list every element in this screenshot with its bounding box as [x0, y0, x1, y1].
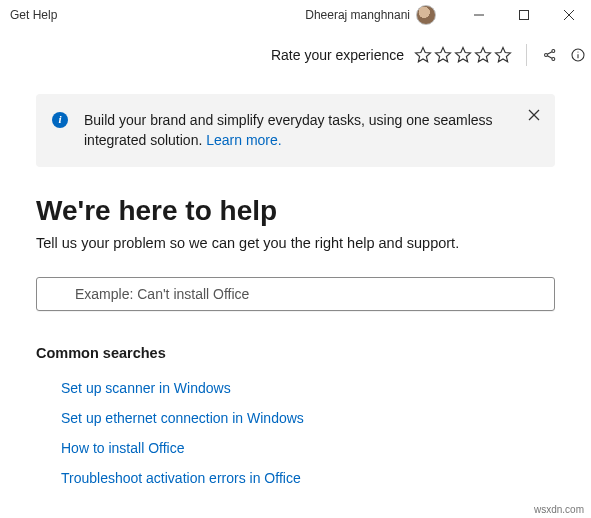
- page-content: i Build your brand and simplify everyday…: [0, 94, 591, 493]
- svg-point-19: [49, 288, 58, 297]
- minimize-button[interactable]: [456, 0, 501, 30]
- watermark: wsxdn.com: [531, 503, 587, 516]
- svg-marker-4: [416, 48, 431, 62]
- page-subhead: Tell us your problem so we can get you t…: [36, 235, 555, 251]
- banner-text: Build your brand and simplify everyday t…: [84, 112, 493, 148]
- common-search-label: Set up scanner in Windows: [61, 380, 231, 396]
- svg-rect-1: [519, 11, 528, 20]
- divider: [526, 44, 527, 66]
- common-search-label: Troubleshoot activation errors in Office: [61, 470, 301, 486]
- search-box[interactable]: [36, 277, 555, 311]
- svg-line-26: [45, 448, 48, 451]
- svg-point-21: [38, 381, 46, 389]
- rating-toolbar: Rate your experience: [0, 30, 591, 76]
- rating-stars[interactable]: [414, 46, 512, 64]
- info-icon[interactable]: [569, 47, 587, 63]
- common-search-item[interactable]: How to install Office: [36, 433, 555, 463]
- svg-marker-6: [456, 48, 471, 62]
- app-title: Get Help: [10, 8, 57, 22]
- promo-banner: i Build your brand and simplify everyday…: [36, 94, 555, 167]
- common-searches-title: Common searches: [36, 345, 555, 361]
- user-name: Dheeraj manghnani: [305, 8, 410, 22]
- window-controls: [456, 0, 591, 30]
- common-search-item[interactable]: Set up scanner in Windows: [36, 373, 555, 403]
- rate-label: Rate your experience: [271, 47, 404, 63]
- search-icon: [36, 439, 51, 457]
- svg-point-16: [577, 51, 578, 52]
- search-icon: [47, 286, 63, 302]
- svg-point-25: [38, 441, 46, 449]
- svg-marker-7: [476, 48, 491, 62]
- common-search-item[interactable]: Troubleshoot activation errors in Office: [36, 463, 555, 493]
- search-icon: [36, 409, 51, 427]
- star-icon[interactable]: [494, 46, 512, 64]
- banner-close-button[interactable]: [525, 106, 543, 124]
- svg-marker-5: [436, 48, 451, 62]
- page-headline: We're here to help: [36, 195, 555, 227]
- svg-point-10: [552, 50, 555, 53]
- common-searches-list: Set up scanner in Windows Set up etherne…: [36, 373, 555, 493]
- svg-line-24: [45, 418, 48, 421]
- share-icon[interactable]: [541, 47, 559, 63]
- svg-line-12: [547, 52, 552, 55]
- learn-more-link[interactable]: Learn more.: [206, 132, 281, 148]
- maximize-button[interactable]: [501, 0, 546, 30]
- star-icon[interactable]: [454, 46, 472, 64]
- common-search-label: How to install Office: [61, 440, 184, 456]
- search-icon: [36, 469, 51, 487]
- search-input[interactable]: [73, 285, 544, 303]
- svg-point-9: [545, 54, 548, 57]
- star-icon[interactable]: [414, 46, 432, 64]
- svg-marker-8: [496, 48, 511, 62]
- title-bar: Get Help Dheeraj manghnani: [0, 0, 591, 30]
- common-search-label: Set up ethernet connection in Windows: [61, 410, 304, 426]
- common-search-item[interactable]: Set up ethernet connection in Windows: [36, 403, 555, 433]
- svg-line-20: [57, 296, 60, 299]
- star-icon[interactable]: [474, 46, 492, 64]
- search-icon: [36, 379, 51, 397]
- svg-line-28: [45, 478, 48, 481]
- star-icon[interactable]: [434, 46, 452, 64]
- user-account[interactable]: Dheeraj manghnani: [305, 5, 436, 25]
- svg-point-11: [552, 58, 555, 61]
- avatar: [416, 5, 436, 25]
- svg-line-13: [547, 56, 552, 59]
- svg-line-22: [45, 388, 48, 391]
- svg-point-27: [38, 471, 46, 479]
- close-button[interactable]: [546, 0, 591, 30]
- svg-point-23: [38, 411, 46, 419]
- info-badge-icon: i: [52, 112, 68, 128]
